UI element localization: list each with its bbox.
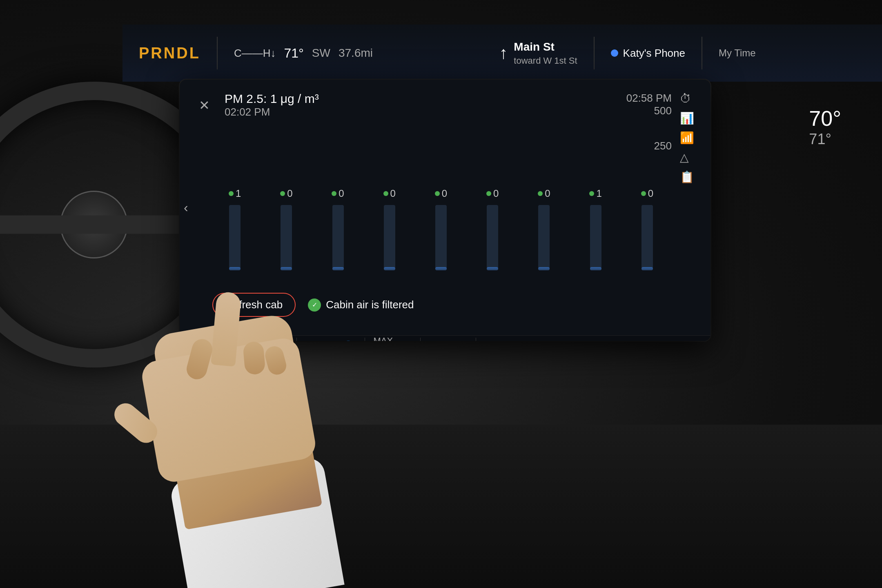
direction: SW: [312, 47, 330, 60]
hvac-bar: ‹ 72 › ☀ A › AUTO 👤 MAX ⊞ ⊡: [180, 335, 710, 341]
divider3: [702, 37, 702, 69]
fan-icon: ☀: [249, 339, 260, 341]
phone-indicator: Katy's Phone: [611, 47, 685, 60]
bar-track-2: [332, 205, 344, 270]
action-row: Refresh cab ✓ Cabin air is filtered: [196, 287, 694, 323]
bar-track-1: [281, 205, 292, 270]
bar-value-row-3: 0: [383, 188, 396, 199]
bar-group-4: 0: [419, 188, 463, 270]
bar-dot-1: [280, 191, 285, 196]
recirculate-icon: 👤: [340, 340, 356, 341]
bar-fill-2: [332, 267, 344, 270]
nav-street: Main St: [514, 40, 577, 53]
signal-icon: 📶: [680, 131, 694, 145]
close-button[interactable]: ✕: [196, 97, 212, 114]
triangle-icon: △: [680, 151, 694, 164]
bar-group-2: 0: [315, 188, 360, 270]
phone-name: Katy's Phone: [623, 47, 685, 60]
gear-status: C——H↓: [234, 47, 276, 60]
cabin-status-text: Cabin air is filtered: [326, 298, 414, 311]
bar-track-5: [487, 205, 498, 270]
mileage: 37.6mi: [339, 47, 373, 60]
dash-indicators: C——H↓ 71° SW 37.6mi: [234, 46, 373, 61]
bar-value-row-6: 0: [538, 188, 550, 199]
bar-value-1: 0: [287, 188, 292, 199]
bar-value-row-2: 0: [332, 188, 344, 199]
temp-display-right: 70° 71°: [809, 106, 841, 148]
bar-value-4: 0: [442, 188, 447, 199]
bar-fill-8: [641, 267, 653, 270]
right-icons-column: ⏱ 📊 📶 △ 📋: [680, 92, 694, 184]
divider2: [594, 37, 595, 69]
interior-lower: [0, 425, 882, 588]
time-right-value: 02:58 PM: [626, 92, 672, 105]
bar-fill-5: [487, 267, 498, 270]
bar-dot-8: [641, 191, 646, 196]
bar-dot-3: [383, 191, 388, 196]
bar-track-4: [435, 205, 447, 270]
bar-value-row-4: 0: [435, 188, 447, 199]
bar-fill-3: [384, 267, 395, 270]
note-icon: 📋: [680, 170, 694, 184]
aq-header-left: ✕ PM 2.5: 1 μg / m³ 02:02 PM: [196, 92, 319, 118]
nav-toward: toward W 1st St: [514, 56, 577, 66]
divider: [217, 37, 218, 69]
aq-header: ✕ PM 2.5: 1 μg / m³ 02:02 PM 02:58 PM 50…: [196, 92, 694, 184]
hvac-div5: [476, 338, 476, 341]
bar-group-8: 0: [625, 188, 670, 270]
nav-direction-arrow: ↑: [499, 43, 508, 63]
bar-value-row-8: 0: [641, 188, 653, 199]
pm-reading: PM 2.5: 1 μg / m³ 02:02 PM: [225, 92, 319, 118]
bar-group-0: 1: [212, 188, 257, 270]
back-button[interactable]: ‹: [184, 200, 188, 215]
bar-fill-7: [590, 267, 601, 270]
bar-dot-6: [538, 191, 543, 196]
air-quality-chart: 1 0 0: [196, 188, 694, 287]
dashboard-top-bar: PRNDL C——H↓ 71° SW 37.6mi ↑ Main St towa…: [122, 24, 882, 82]
air-quality-panel: ✕ PM 2.5: 1 μg / m³ 02:02 PM 02:58 PM 50…: [180, 80, 710, 335]
time-right: 02:58 PM 500 250: [626, 92, 672, 152]
bar-value-7: 1: [596, 188, 601, 199]
max-icon-area: MAX ⊞: [373, 336, 393, 341]
cabin-status: ✓ Cabin air is filtered: [308, 298, 414, 312]
time-left: 02:02 PM: [225, 106, 319, 118]
my-time-label: My Time: [719, 47, 756, 59]
bar-track-3: [384, 205, 395, 270]
bar-value-row-0: 1: [229, 188, 241, 199]
y-max-value: 500: [626, 105, 672, 117]
bar-group-3: 0: [367, 188, 412, 270]
phone-dot: [611, 49, 618, 57]
back-icon: ‹: [184, 200, 188, 215]
bar-fill-4: [435, 267, 447, 270]
outside-temp: 71°: [284, 46, 303, 61]
hvac-div1: [241, 338, 241, 341]
hvac-temp-left: ‹ 72 ›: [192, 339, 232, 341]
y-mid-value: 250: [626, 140, 672, 152]
aq-header-right: 02:58 PM 500 250 ⏱ 📊 📶 △ 📋: [626, 92, 694, 184]
bar-fill-6: [538, 267, 550, 270]
infotainment-screen[interactable]: ✕ PM 2.5: 1 μg / m³ 02:02 PM 02:58 PM 50…: [180, 80, 710, 341]
sub-temp: 71°: [809, 131, 841, 148]
bar-track-0: [229, 205, 241, 270]
nav-info: Main St toward W 1st St: [514, 40, 577, 66]
bar-value-row-7: 1: [589, 188, 601, 199]
refresh-cab-button[interactable]: Refresh cab: [212, 293, 296, 317]
bar-value-8: 0: [648, 188, 653, 199]
bar-track-8: [641, 205, 653, 270]
chart-bars: 1 0 0: [212, 188, 670, 287]
hvac-div3: [365, 338, 365, 341]
bar-dot-4: [435, 191, 440, 196]
bar-value-3: 0: [390, 188, 396, 199]
chart-icon: 📊: [680, 111, 694, 125]
bar-value-5: 0: [493, 188, 499, 199]
bar-track-7: [590, 205, 601, 270]
bar-group-7: 1: [573, 188, 618, 270]
bar-value-0: 1: [236, 188, 241, 199]
close-icon: ✕: [199, 98, 210, 113]
bar-track-6: [538, 205, 550, 270]
bar-value-6: 0: [545, 188, 550, 199]
pm-value: PM 2.5: 1 μg / m³: [225, 92, 319, 106]
clock-icon: ⏱: [680, 92, 694, 105]
main-temp: 70°: [809, 106, 841, 131]
temp-left-value: 72: [200, 339, 224, 341]
